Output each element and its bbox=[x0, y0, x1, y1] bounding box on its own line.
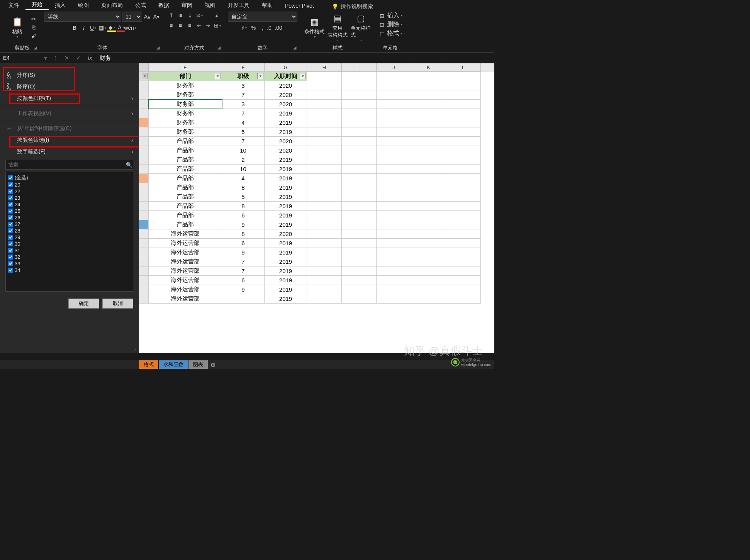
check-select-all[interactable]: (全选) bbox=[7, 174, 131, 182]
align-bottom-icon[interactable]: ⤓ bbox=[186, 12, 194, 19]
sheet-tab-2[interactable]: 求和函数 bbox=[159, 360, 188, 369]
align-right-icon[interactable]: ≡ bbox=[185, 22, 194, 29]
clipboard-launcher[interactable]: ◢ bbox=[32, 45, 38, 51]
cell[interactable]: 9 bbox=[222, 248, 265, 257]
row-head[interactable] bbox=[139, 192, 149, 202]
cell[interactable]: 产品部 bbox=[149, 202, 222, 211]
cell[interactable]: 2019 bbox=[265, 294, 307, 304]
cell[interactable]: 海外运营部 bbox=[149, 239, 222, 248]
copy-icon[interactable]: ⎘ bbox=[29, 24, 38, 31]
col-head-g[interactable]: G bbox=[265, 63, 307, 72]
filter-values-list[interactable]: (全选) 2022232425262728293031323334 bbox=[5, 172, 133, 292]
cell[interactable]: 9 bbox=[222, 285, 265, 294]
indent-dec-icon[interactable]: ⇤ bbox=[195, 22, 203, 29]
cell[interactable]: 5 bbox=[222, 192, 265, 202]
row-head[interactable] bbox=[139, 266, 149, 276]
format-painter-icon[interactable]: 🖌 bbox=[29, 32, 38, 40]
cell[interactable]: 产品部 bbox=[149, 211, 222, 220]
cell[interactable]: 7 bbox=[222, 257, 265, 266]
fill-color-icon[interactable]: ◆▾ bbox=[107, 24, 116, 32]
row-head[interactable] bbox=[139, 146, 149, 155]
indent-inc-icon[interactable]: ⇥ bbox=[204, 22, 212, 29]
align-launcher[interactable]: ◢ bbox=[216, 45, 222, 51]
underline-icon[interactable]: U▾ bbox=[89, 24, 97, 32]
check-item[interactable]: 30 bbox=[7, 241, 131, 247]
cell[interactable]: 2019 bbox=[265, 174, 307, 183]
row-head[interactable] bbox=[139, 202, 149, 211]
cell[interactable]: 产品部 bbox=[149, 183, 222, 192]
row-head[interactable] bbox=[139, 100, 149, 109]
number-format-select[interactable]: 自定义 bbox=[228, 12, 297, 22]
cell[interactable]: 海外运营部 bbox=[149, 276, 222, 285]
check-item[interactable]: 33 bbox=[7, 260, 131, 267]
cell[interactable]: 8 bbox=[222, 183, 265, 192]
cell[interactable]: 2019 bbox=[265, 220, 307, 229]
header-dept[interactable]: 部门▾ bbox=[149, 72, 222, 81]
cut-icon[interactable]: ✂ bbox=[29, 15, 38, 23]
cell[interactable]: 2020 bbox=[265, 229, 307, 239]
col-head-f[interactable]: F bbox=[222, 63, 265, 72]
cell[interactable]: 3 bbox=[222, 100, 265, 109]
tab-view[interactable]: 视图 bbox=[199, 1, 222, 10]
cell[interactable]: 2 bbox=[222, 155, 265, 165]
row-head[interactable] bbox=[139, 211, 149, 220]
cell[interactable]: 财务部 bbox=[149, 90, 222, 100]
conditional-format-button[interactable]: ▦条件格式▾ bbox=[304, 15, 325, 39]
paste-button[interactable]: 📋 粘贴▾ bbox=[6, 15, 28, 39]
cell[interactable]: 财务部 bbox=[149, 100, 222, 109]
filter-by-color[interactable]: 按颜色筛选(I) bbox=[0, 134, 139, 146]
sheet-tab-3[interactable]: 图表 bbox=[188, 360, 208, 369]
grow-font-icon[interactable]: A▴ bbox=[143, 13, 151, 20]
cell[interactable]: 财务部 bbox=[149, 127, 222, 137]
cell[interactable]: 2020 bbox=[265, 137, 307, 146]
filter-icon[interactable]: ▾ bbox=[300, 73, 306, 79]
filter-icon[interactable]: ▾ bbox=[215, 73, 221, 79]
wrap-text-icon[interactable]: ↲ bbox=[213, 12, 221, 19]
row-head[interactable] bbox=[139, 229, 149, 239]
cell[interactable]: 产品部 bbox=[149, 192, 222, 202]
filter-icon[interactable]: ▾ bbox=[257, 73, 263, 79]
row-head[interactable] bbox=[139, 127, 149, 137]
row-head[interactable] bbox=[139, 220, 149, 229]
cell[interactable]: 2019 bbox=[265, 202, 307, 211]
tab-dev[interactable]: 开发工具 bbox=[222, 1, 256, 10]
fx-icon[interactable]: fx bbox=[84, 55, 96, 61]
dec-decimal-icon[interactable]: .00→ bbox=[277, 24, 285, 32]
cell[interactable] bbox=[222, 294, 265, 304]
spreadsheet[interactable]: E F G H I J K L ▾ 部门▾ 职级▾ 入职时间▾ 财务部32020… bbox=[139, 63, 494, 353]
row-head[interactable] bbox=[139, 248, 149, 257]
cell[interactable]: 2019 bbox=[265, 118, 307, 127]
options-icon[interactable]: ⋮ bbox=[49, 55, 61, 61]
cell[interactable]: 2019 bbox=[265, 276, 307, 285]
cancel-button[interactable]: 取消 bbox=[102, 299, 133, 309]
sort-descending[interactable]: ZA↓ 降序(O) bbox=[0, 81, 139, 93]
sort-by-color[interactable]: 按颜色排序(T) bbox=[0, 93, 139, 104]
check-item[interactable]: 20 bbox=[7, 182, 131, 188]
cell[interactable]: 4 bbox=[222, 174, 265, 183]
cell[interactable]: 产品部 bbox=[149, 174, 222, 183]
cell[interactable]: 2019 bbox=[265, 183, 307, 192]
check-item[interactable]: 23 bbox=[7, 195, 131, 201]
tab-powerpivot[interactable]: Power Pivot bbox=[279, 2, 320, 10]
row-head[interactable] bbox=[139, 109, 149, 118]
col-head-k[interactable]: K bbox=[411, 63, 446, 72]
cell[interactable]: 7 bbox=[222, 109, 265, 118]
cell[interactable]: 10 bbox=[222, 146, 265, 155]
cell[interactable]: 2019 bbox=[265, 109, 307, 118]
tab-insert[interactable]: 插入 bbox=[49, 1, 72, 10]
row-head[interactable] bbox=[139, 137, 149, 146]
row-head[interactable] bbox=[139, 155, 149, 165]
cell[interactable]: 产品部 bbox=[149, 155, 222, 165]
cell[interactable]: 2020 bbox=[265, 146, 307, 155]
resize-grip-icon[interactable]: ⋰ bbox=[133, 347, 138, 352]
sheet-tab-1[interactable]: 格式 bbox=[139, 360, 159, 369]
cell[interactable]: 海外运营部 bbox=[149, 248, 222, 257]
tab-home[interactable]: 开始 bbox=[25, 0, 49, 10]
cell[interactable]: 财务部 bbox=[149, 109, 222, 118]
header-hire[interactable]: 入职时间▾ bbox=[265, 72, 307, 81]
check-item[interactable]: 34 bbox=[7, 267, 131, 273]
cell[interactable]: 产品部 bbox=[149, 146, 222, 155]
filter-button-icon[interactable]: ▾ bbox=[142, 73, 148, 79]
number-launcher[interactable]: ◢ bbox=[292, 45, 297, 51]
cell[interactable]: 2020 bbox=[265, 90, 307, 100]
